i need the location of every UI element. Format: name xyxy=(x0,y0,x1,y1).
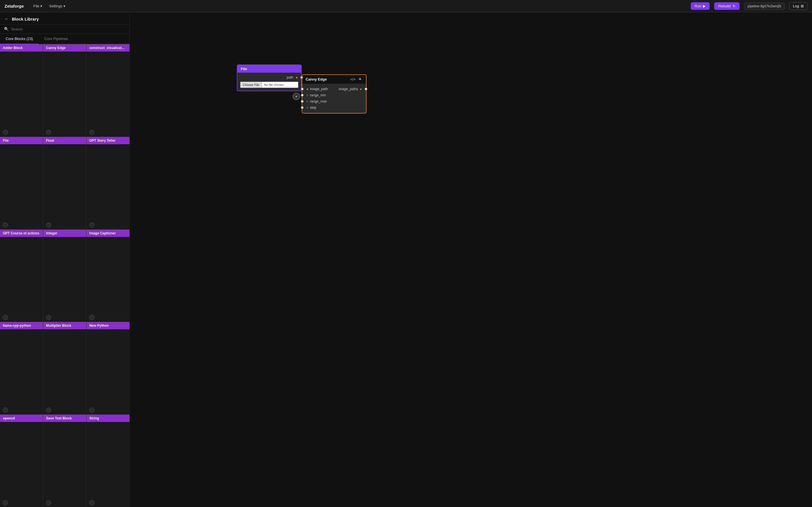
path-row: path ★ xyxy=(240,75,298,79)
eye-button[interactable]: 👁 xyxy=(358,76,363,82)
block-body xyxy=(43,422,86,499)
chevron-down-icon: ▾ xyxy=(40,4,42,8)
file-name-display: No file chosen xyxy=(262,82,298,88)
block-body xyxy=(87,52,130,128)
topnav: Zetaforge File ▾ Settings ▾ Run ▶ Rebuil… xyxy=(0,0,812,12)
back-button[interactable]: ← xyxy=(4,16,9,21)
info-icon[interactable]: ⓘ xyxy=(3,130,8,135)
canny-node-body: ★ image_path image_paths ★ # range_min xyxy=(302,83,366,114)
info-icon[interactable]: ⓘ xyxy=(46,500,51,505)
disconnect-button[interactable]: × xyxy=(293,93,300,100)
info-icon[interactable]: ⓘ xyxy=(3,407,8,413)
info-icon[interactable]: ⓘ xyxy=(3,315,8,320)
info-icon[interactable]: ⓘ xyxy=(89,500,94,505)
tab-core-blocks[interactable]: Core Blocks (23) xyxy=(0,34,39,44)
brand-logo: Zetaforge xyxy=(4,4,24,8)
block-llama[interactable]: llama-cpp-python ⓘ xyxy=(0,322,43,414)
tab-core-pipelines[interactable]: Core Pipelines xyxy=(39,34,74,44)
block-footer: ⓘ xyxy=(43,499,86,507)
block-label: Multiplier Block xyxy=(43,322,86,329)
file-input-row: Choose File No file chosen xyxy=(240,82,298,88)
block-canny[interactable]: Canny Edge ⓘ xyxy=(43,44,86,136)
block-gpt-story[interactable]: GPT Story Teller ⓘ xyxy=(87,137,130,229)
output-port-image-paths xyxy=(364,88,367,91)
block-footer: ⓘ xyxy=(43,406,86,414)
canny-node-header: Canny Edge </> 👁 xyxy=(302,74,366,83)
info-icon[interactable]: ⓘ xyxy=(89,315,94,320)
block-body xyxy=(43,52,86,128)
info-icon[interactable]: ⓘ xyxy=(46,315,51,320)
block-label: New Python xyxy=(87,322,130,329)
block-string[interactable]: String ⓘ xyxy=(87,414,130,507)
block-gpt-course[interactable]: GPT Course of actions ⓘ xyxy=(0,230,43,322)
block-new-python[interactable]: New Python ⓘ xyxy=(87,322,130,414)
info-icon[interactable]: ⓘ xyxy=(89,223,94,228)
block-label: String xyxy=(87,414,130,422)
block-body xyxy=(0,52,43,128)
info-icon[interactable]: ⓘ xyxy=(3,500,8,505)
block-body xyxy=(87,144,130,221)
block-body xyxy=(0,329,43,406)
sidebar-header: ← Block Library xyxy=(0,12,130,24)
block-multiplier[interactable]: Multiplier Block ⓘ xyxy=(43,322,86,414)
file-node-header: File xyxy=(237,64,302,73)
port-row-range-min: # range_min xyxy=(302,92,366,98)
block-label: Save Text Block xyxy=(43,414,86,422)
sidebar: ← Block Library 🔍 Core Blocks (23) Core … xyxy=(0,12,130,507)
file-menu[interactable]: File ▾ xyxy=(31,3,45,9)
block-body xyxy=(0,237,43,314)
block-label: Adder Block xyxy=(0,44,43,52)
block-integer[interactable]: Integer ⓘ xyxy=(43,230,86,322)
block-footer: ⓘ xyxy=(0,406,43,414)
hash-icon: # xyxy=(306,106,308,109)
code-button[interactable]: </> xyxy=(350,76,356,82)
hash-icon: # xyxy=(306,94,308,97)
block-footer: ⓘ xyxy=(0,313,43,322)
info-icon[interactable]: ⓘ xyxy=(89,407,94,413)
block-footer: ⓘ xyxy=(87,221,130,229)
sidebar-title: Block Library xyxy=(12,17,39,21)
log-button[interactable]: Log ⊞ xyxy=(789,2,808,10)
info-icon[interactable]: ⓘ xyxy=(89,130,94,135)
choose-file-button[interactable]: Choose File xyxy=(240,82,262,88)
block-adder[interactable]: Adder Block ⓘ xyxy=(0,44,43,136)
block-label: Float xyxy=(43,137,86,144)
block-body xyxy=(0,422,43,499)
rebuild-button[interactable]: Rebuild ↻ xyxy=(714,2,739,10)
block-file[interactable]: File ⓘ xyxy=(0,137,43,229)
refresh-icon: ↻ xyxy=(732,4,735,8)
header-icons: </> 👁 xyxy=(350,76,363,82)
run-button[interactable]: Run ▶ xyxy=(691,2,710,10)
info-icon[interactable]: ⓘ xyxy=(46,407,51,413)
info-icon[interactable]: ⓘ xyxy=(46,130,51,135)
block-footer: ⓘ xyxy=(0,499,43,507)
canvas[interactable]: File path ★ Choose File No file chosen C… xyxy=(130,12,812,507)
block-construct[interactable]: construct_visualizat... ⓘ xyxy=(87,44,130,136)
block-float[interactable]: Float ⓘ xyxy=(43,137,86,229)
block-footer: ⓘ xyxy=(87,499,130,507)
block-label: Integer xyxy=(43,230,86,237)
port-label: step xyxy=(310,106,363,110)
block-label: GPT Story Teller xyxy=(87,137,130,144)
block-body xyxy=(87,329,130,406)
port-row-range-max: # range_max xyxy=(302,98,366,105)
main-layout: ← Block Library 🔍 Core Blocks (23) Core … xyxy=(0,12,812,507)
chevron-down-icon: ▾ xyxy=(63,4,65,8)
port-label: image_path xyxy=(310,87,328,91)
block-image-cap[interactable]: Image Captioner ⓘ xyxy=(87,230,130,322)
search-input[interactable] xyxy=(11,27,125,31)
block-body xyxy=(43,329,86,406)
block-label: Image Captioner xyxy=(87,230,130,237)
block-footer: ⓘ xyxy=(87,313,130,322)
block-save-text[interactable]: Save Text Block ⓘ xyxy=(43,414,86,507)
file-node: File path ★ Choose File No file chosen xyxy=(237,64,302,91)
info-icon[interactable]: ⓘ xyxy=(46,223,51,228)
block-footer: ⓘ xyxy=(43,221,86,229)
info-icon[interactable]: ⓘ xyxy=(3,223,8,228)
star-icon: ★ xyxy=(359,88,362,91)
block-label: opencd xyxy=(0,414,43,422)
settings-menu[interactable]: Settings ▾ xyxy=(46,3,68,9)
input-port-range-max xyxy=(301,100,304,103)
star-icon: ★ xyxy=(296,76,298,79)
block-opencd[interactable]: opencd ⓘ xyxy=(0,414,43,507)
